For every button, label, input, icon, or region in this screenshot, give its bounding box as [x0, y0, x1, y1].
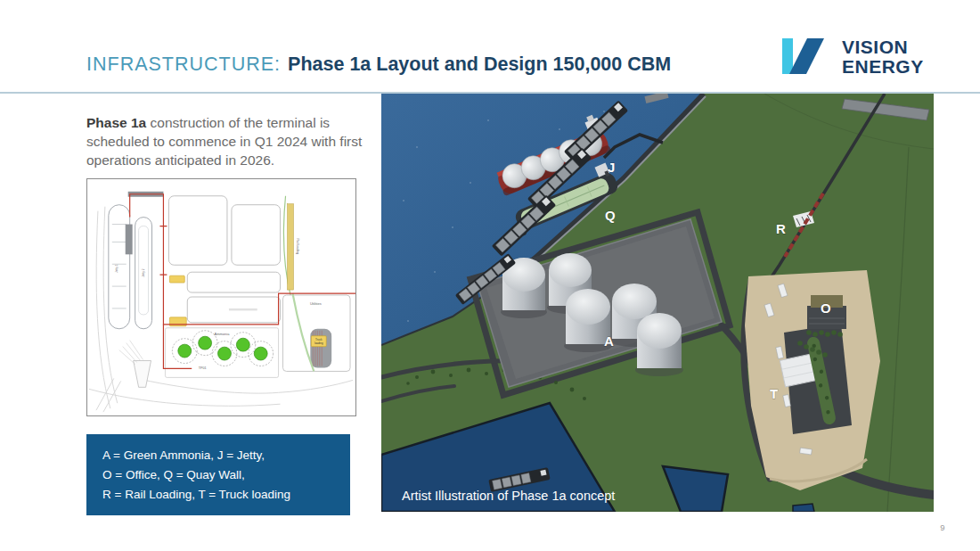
slide: INFRASTRUCTURE:Phase 1a Layout and Desig…: [0, 0, 980, 551]
label-truck: T: [770, 386, 778, 401]
logo-line1: VISION: [842, 37, 924, 57]
label-quay: Q: [605, 208, 616, 223]
legend-line-1: A = Green Ammonia, J = Jetty,: [102, 446, 350, 465]
illustration-svg: J Q A R O T Artist Illustration of Phase…: [381, 94, 934, 512]
logo-line2: ENERGY: [842, 57, 924, 77]
legend-box: A = Green Ammonia, J = Jetty, O = Office…: [86, 434, 350, 515]
label-ammonia: A: [604, 333, 614, 349]
plan-funnel: [119, 341, 151, 388]
plan-rail-strip: Rail loading: [284, 196, 300, 297]
page-title: INFRASTRUCTURE:Phase 1a Layout and Desig…: [86, 53, 671, 76]
artist-illustration: J Q A R O T Artist Illustration of Phase…: [381, 94, 934, 512]
intro-lead: Phase 1a: [86, 115, 146, 130]
plan-truck-label-2: loading: [314, 341, 323, 345]
intro-paragraph: Phase 1a construction of the terminal is…: [86, 114, 364, 169]
site-plan-svg: Jetty 1 Jetty 2: [87, 179, 355, 415]
plan-plots: [168, 196, 280, 323]
company-logo: VISION ENERGY: [782, 37, 924, 76]
plan-truck-label-1: Truck: [315, 338, 323, 341]
office-area: [745, 270, 880, 490]
plan-ammonia-label: Ammonia: [215, 332, 231, 336]
legend-line-2: O = Office, Q = Quay Wall,: [102, 465, 350, 485]
label-rail: R: [776, 221, 786, 236]
logo-wordmark: VISION ENERGY: [842, 37, 924, 76]
label-jetty: J: [608, 160, 615, 175]
page-number: 9: [934, 522, 951, 532]
plan-tp-label: TP01: [199, 366, 207, 370]
legend-line-3: R = Rail Loading, T = Truck loading: [102, 485, 350, 505]
plan-utilities: Utilities Truck loading: [283, 293, 350, 371]
plan-ammonia-area: Ammonia TP01: [165, 328, 278, 378]
plan-rail-label: Rail loading: [296, 239, 299, 255]
illustration-caption: Artist Illustration of Phase 1a concept: [402, 489, 615, 503]
vision-energy-logo-icon: [782, 37, 833, 75]
title-main: Phase 1a Layout and Design 150,000 CBM: [288, 53, 671, 75]
title-prefix: INFRASTRUCTURE:: [86, 53, 281, 75]
label-office: O: [821, 300, 831, 316]
plan-utilities-label: Utilities: [310, 301, 322, 306]
plan-ship-1: [109, 205, 130, 329]
site-plan-drawing: Jetty 1 Jetty 2: [86, 178, 356, 416]
plan-jetty1-label: Jetty 1: [115, 264, 118, 273]
plan-label-boxes: [169, 276, 186, 326]
plan-jetty2-label: Jetty 2: [142, 268, 145, 277]
